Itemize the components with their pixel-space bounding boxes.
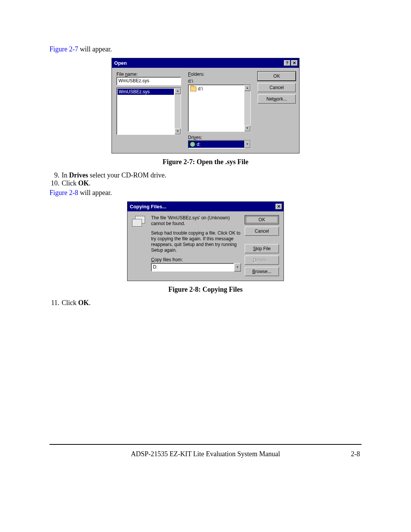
- drives-label: Drives:: [188, 135, 251, 140]
- ok-button[interactable]: OK: [258, 72, 296, 81]
- folder-icon: [190, 86, 196, 91]
- folder-tree[interactable]: d:\: [188, 85, 244, 131]
- close-icon[interactable]: ✕: [291, 60, 298, 66]
- file-name-label: File name:: [116, 72, 181, 77]
- cd-drive-icon: [190, 142, 195, 147]
- scroll-up-icon[interactable]: ▲: [175, 88, 181, 94]
- browse-button[interactable]: Browse...: [245, 267, 279, 276]
- scroll-up-icon[interactable]: ▲: [244, 85, 250, 91]
- disk-copy-icon: [132, 216, 145, 227]
- step-9: 9. In Drives select your CD-ROM drive.: [49, 171, 362, 179]
- mid-line: Figure 2-8 will appear.: [49, 189, 362, 197]
- folders-label: Folders:: [188, 72, 251, 77]
- intro-line: Figure 2-7 will appear.: [49, 45, 362, 53]
- copying-files-dialog: Copying Files... ✕ The file 'WmUSBEz.sys…: [127, 201, 284, 281]
- folder-tree-item[interactable]: d:\: [189, 86, 244, 92]
- scrollbar-track[interactable]: [175, 94, 181, 128]
- cancel-button[interactable]: Cancel: [258, 83, 296, 92]
- scroll-down-icon[interactable]: ▼: [244, 125, 250, 131]
- open-dialog-titlebar: Open ? ✕: [112, 58, 299, 68]
- chevron-down-icon[interactable]: ▼: [234, 263, 241, 272]
- footer-title: ADSP-21535 EZ-KIT Lite Evaluation System…: [128, 450, 283, 458]
- copy-msg-1: The file 'WmUSBEz.sys' on (Unknown) cann…: [151, 215, 241, 227]
- step-11: 11. Click OK.: [49, 299, 362, 307]
- footer-rule: [49, 444, 362, 445]
- help-icon[interactable]: ?: [284, 60, 290, 66]
- details-button: Details...: [245, 256, 279, 265]
- figure-2-7-link[interactable]: Figure 2-7: [49, 45, 78, 53]
- scroll-down-icon[interactable]: ▼: [175, 128, 181, 134]
- footer-page-number: 2-8: [283, 450, 360, 458]
- network-button[interactable]: Network...: [258, 94, 296, 104]
- file-name-input[interactable]: WmUSBEz.sys: [116, 77, 181, 85]
- copy-from-input[interactable]: D:: [151, 263, 234, 272]
- list-item[interactable]: WmUSBEz.sys: [118, 89, 174, 95]
- copy-msg-2: Setup had trouble copying a file. Click …: [151, 230, 241, 253]
- copying-files-title: Copying Files...: [130, 204, 166, 209]
- cancel-button[interactable]: Cancel: [245, 227, 279, 236]
- figure-2-7-caption: Figure 2-7: Open the .sys File: [49, 158, 362, 166]
- copy-from-label: Copy files from:: [151, 257, 241, 262]
- scrollbar-track[interactable]: [244, 91, 250, 125]
- folders-path: d:\: [188, 78, 251, 84]
- file-listbox[interactable]: WmUSBEz.sys: [117, 88, 175, 134]
- figure-2-8-caption: Figure 2-8: Copying Files: [49, 286, 362, 294]
- figure-2-8-link[interactable]: Figure 2-8: [49, 189, 78, 197]
- open-dialog-title: Open: [114, 60, 127, 66]
- close-icon[interactable]: ✕: [276, 204, 282, 209]
- open-dialog: Open ? ✕ File name: WmUSBEz.sys: [112, 58, 299, 153]
- step-10: 10. Click OK.: [49, 179, 362, 187]
- ok-button[interactable]: OK: [245, 215, 279, 224]
- drives-select[interactable]: d: ▼: [188, 140, 251, 149]
- copying-files-titlebar: Copying Files... ✕: [127, 202, 284, 211]
- chevron-down-icon[interactable]: ▼: [244, 141, 250, 148]
- skip-file-button[interactable]: Skip File: [245, 244, 279, 253]
